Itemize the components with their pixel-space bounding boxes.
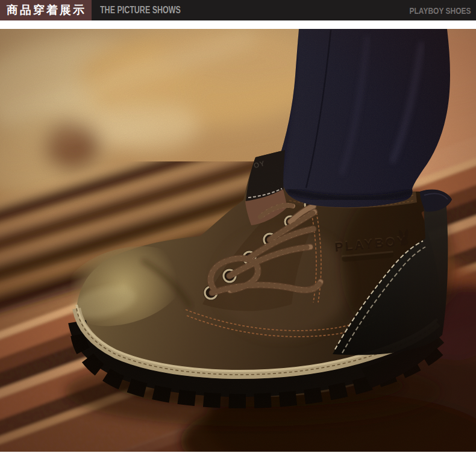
film-grain <box>0 29 476 452</box>
section-header-black-bar: THE PICTURE SHOWS PLAYBOY SHOES <box>92 0 476 20</box>
section-title-cn: 商品穿着展示 <box>0 0 92 20</box>
product-detail-section: 商品穿着展示 THE PICTURE SHOWS PLAYBOY SHOES <box>0 0 476 462</box>
section-header-banner: 商品穿着展示 THE PICTURE SHOWS PLAYBOY SHOES <box>0 0 476 20</box>
section-subtitle-en: THE PICTURE SHOWS <box>100 5 181 16</box>
brand-label: PLAYBOY SHOES <box>410 5 471 16</box>
boot-photo-illustration: PLAYBOY PLAYBOY <box>0 29 476 452</box>
product-photo: PLAYBOY PLAYBOY <box>0 29 476 452</box>
section-title-cn-label: 商品穿着展示 <box>7 2 86 18</box>
